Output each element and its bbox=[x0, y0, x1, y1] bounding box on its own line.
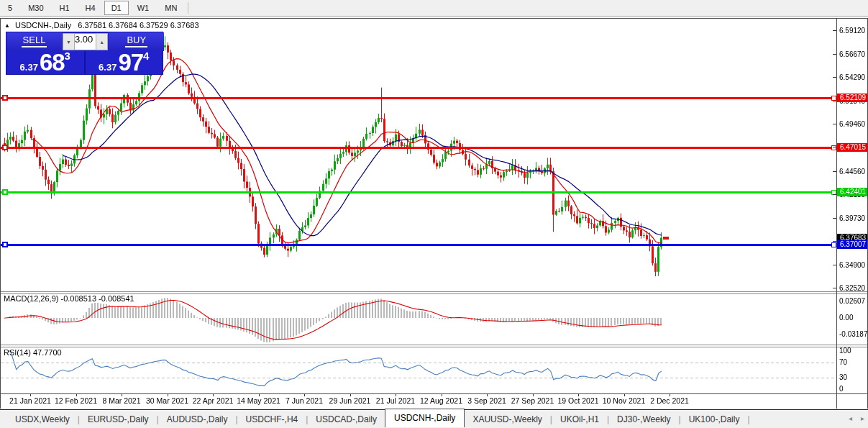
volume-decrease-button[interactable]: ▼ bbox=[63, 33, 75, 50]
date-axis-label: 2 Dec 2021 bbox=[639, 396, 700, 405]
chart-tab-xauusd-weekly[interactable]: XAUUSD-,Weekly bbox=[465, 411, 549, 427]
volume-input[interactable]: 3.00 bbox=[75, 33, 96, 50]
price-axis-label-6.52109: 6.52109 bbox=[837, 94, 868, 102]
volume-increase-button[interactable]: ▲ bbox=[96, 33, 108, 50]
tabs-scroll-left-icon[interactable]: ◂ bbox=[849, 414, 852, 422]
macd-axis-label: 0.00 bbox=[839, 314, 853, 322]
chart-tab-ukoil-h1[interactable]: UKOil-,H1 bbox=[552, 411, 607, 427]
rsi-axis-label: 100 bbox=[839, 347, 851, 355]
price-axis-label-6.42401: 6.42401 bbox=[837, 188, 868, 196]
macd-axis-label: -0.031872 bbox=[839, 330, 868, 338]
toolbar-separator bbox=[188, 2, 188, 14]
chart-tab-bar: USDX,Weekly|EURUSD-,Daily|AUDUSD-,Daily|… bbox=[0, 409, 868, 428]
rsi-axis-label: 0 bbox=[839, 385, 844, 393]
price-axis-tick: 6.49460 bbox=[839, 120, 865, 128]
price-axis-tick: 6.34900 bbox=[839, 261, 865, 269]
chart-tab-usdchf-h4[interactable]: USDCHF-,H4 bbox=[238, 411, 306, 427]
mt4-window: { "toolbar": { "timeframes": ["5","M30",… bbox=[0, 0, 868, 428]
sell-price-small: 6.37 bbox=[20, 62, 38, 73]
divider-macd-rsi-2 bbox=[0, 347, 868, 347]
one-click-trade-panel: SELL ▼ 3.00 ▲ BUY 6.37 68 3 6.37 97 4 bbox=[6, 32, 163, 75]
divider-macd-rsi[interactable] bbox=[0, 345, 868, 345]
rsi-indicator-label: RSI(14) 47.7700 bbox=[4, 348, 62, 357]
buy-price-small: 6.37 bbox=[99, 62, 117, 73]
buy-price-sup: 4 bbox=[143, 51, 149, 61]
tab-separator: | bbox=[747, 414, 749, 424]
timeframe-button-w1[interactable]: W1 bbox=[130, 1, 157, 15]
macd-axis-label: 0.02607 bbox=[839, 297, 865, 305]
buy-price-display[interactable]: 6.37 97 4 bbox=[86, 51, 163, 74]
rsi-axis-label: 70 bbox=[839, 358, 847, 366]
price-axis-tick: 6.39730 bbox=[839, 214, 865, 222]
chart-tab-dj30-weekly[interactable]: DJ30-,Weekly bbox=[609, 411, 678, 427]
chart-border-top bbox=[0, 18, 868, 19]
date-axis-line bbox=[0, 393, 868, 394]
price-axis-tick: 6.32520 bbox=[839, 284, 865, 292]
sell-price-display[interactable]: 6.37 68 3 bbox=[6, 51, 86, 74]
tabs-scroll-right-icon[interactable]: ▸ bbox=[861, 414, 864, 422]
price-axis-tick: 6.54290 bbox=[839, 73, 865, 81]
price-axis-label-6.47015: 6.47015 bbox=[837, 143, 868, 152]
price-axis-tick: 6.44560 bbox=[839, 168, 865, 176]
timeframe-button-h4[interactable]: H4 bbox=[78, 1, 103, 15]
rsi-axis-label: 30 bbox=[839, 373, 847, 381]
chart-tab-usdx-weekly[interactable]: USDX,Weekly bbox=[7, 411, 78, 427]
timeframe-toolbar: 5M30H1H4D1W1MN bbox=[0, 0, 868, 17]
timeframe-button-mn[interactable]: MN bbox=[157, 1, 184, 15]
timeframe-button-5[interactable]: 5 bbox=[1, 1, 19, 15]
buy-price-big: 97 bbox=[118, 53, 143, 73]
chart-tab-audusd-daily[interactable]: AUDUSD-,Daily bbox=[159, 411, 236, 427]
price-axis-tick: 6.56670 bbox=[839, 50, 865, 58]
chart-tab-usdcad-daily[interactable]: USDCAD-,Daily bbox=[308, 411, 385, 427]
timeframe-button-m30[interactable]: M30 bbox=[21, 1, 50, 15]
sell-price-sup: 3 bbox=[65, 51, 70, 61]
price-axis-label-6.37007: 6.37007 bbox=[837, 240, 868, 249]
chart-header: ▲ USDCNH-,Daily 6.37581 6.37684 6.37529 … bbox=[4, 21, 199, 29]
chart-tab-uk100-daily[interactable]: UK100-,Daily bbox=[681, 411, 748, 427]
collapse-triangle-icon[interactable]: ▲ bbox=[4, 22, 10, 29]
chart-border-left bbox=[0, 18, 1, 409]
timeframe-button-d1[interactable]: D1 bbox=[104, 1, 129, 15]
macd-indicator-label: MACD(12,26,9) -0.008513 -0.008541 bbox=[4, 294, 134, 303]
chart-ohlc-values: 6.37581 6.37684 6.37529 6.37683 bbox=[78, 21, 198, 29]
price-axis-tick: 6.59120 bbox=[839, 27, 865, 35]
timeframe-button-h1[interactable]: H1 bbox=[52, 1, 77, 15]
divider-main-macd[interactable] bbox=[0, 291, 868, 292]
chart-tab-usdcnh-daily[interactable]: USDCNH-,Daily bbox=[385, 409, 465, 427]
sell-price-big: 68 bbox=[40, 53, 65, 73]
price-axis-line[interactable] bbox=[836, 18, 837, 409]
chart-tab-eurusd-daily[interactable]: EURUSD-,Daily bbox=[80, 411, 157, 427]
volume-stepper: ▼ 3.00 ▲ bbox=[62, 32, 109, 51]
chart-symbol-period: USDCNH-,Daily bbox=[15, 21, 71, 29]
